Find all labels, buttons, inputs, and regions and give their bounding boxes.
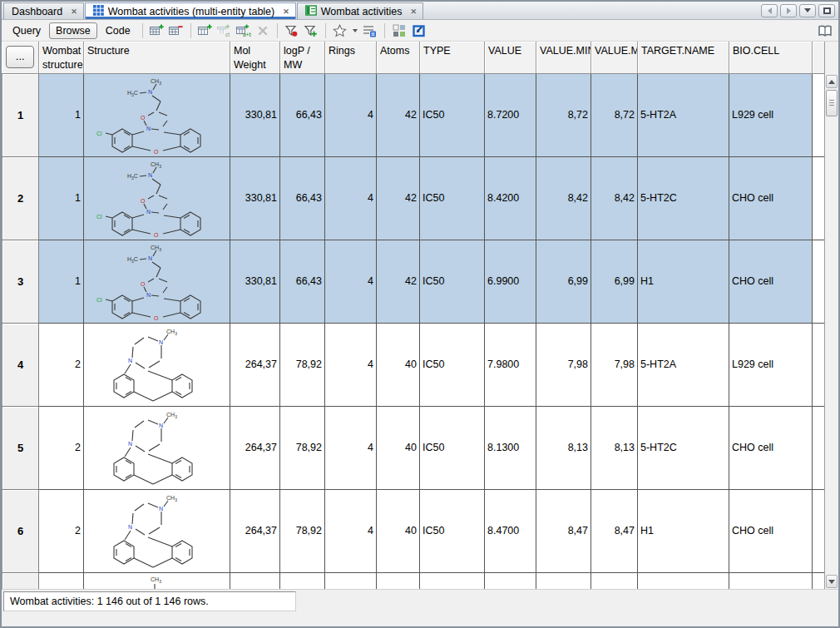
cell-value-max[interactable]: 8,13 (591, 406, 638, 489)
add-field-icon[interactable] (197, 22, 214, 39)
cell-target-name[interactable] (638, 572, 729, 589)
scroll-tabs-left-button[interactable] (761, 4, 778, 17)
cell-bio-cell[interactable]: CHO cell (729, 240, 813, 323)
cell-logp-mw[interactable] (280, 572, 325, 589)
cell-value-min[interactable]: 8,42 (536, 156, 591, 240)
add-filter-icon[interactable] (303, 22, 319, 39)
cell-value-min[interactable]: 8,47 (536, 489, 591, 572)
cell-logp-mw[interactable]: 66,43 (280, 73, 325, 156)
column-header-bio-cell[interactable]: BIO.CELL (729, 42, 813, 73)
cell-bio-cell[interactable]: CHO cell (729, 489, 813, 572)
cell-target-name[interactable]: H1 (638, 240, 729, 323)
row-header[interactable]: 5 (2, 406, 39, 489)
cell-bio-cell[interactable]: L929 cell (729, 73, 813, 156)
cell-value[interactable]: 8.4200 (485, 156, 536, 240)
cell-target-name[interactable]: 5-HT2A (638, 323, 729, 406)
open-in-new-window-icon[interactable] (410, 22, 427, 39)
delete-icon[interactable] (254, 22, 271, 39)
cell-value-min[interactable] (536, 572, 591, 589)
cell-atoms[interactable]: 40 (377, 489, 420, 572)
cell-mol-weight[interactable] (230, 572, 280, 589)
remove-row-icon[interactable] (168, 22, 185, 39)
column-header-structure[interactable]: Structure (84, 42, 230, 73)
cell-rings[interactable]: 4 (325, 406, 377, 489)
code-mode-button[interactable]: Code (100, 23, 136, 38)
row-header[interactable]: 1 (2, 73, 39, 156)
table-row[interactable]: 21 CH3 H3C N (2, 156, 825, 240)
tab-wombat-activities[interactable]: Wombat activities ✕ (297, 2, 423, 19)
cell-value[interactable]: 7.9800 (485, 323, 536, 406)
table-options-button[interactable]: ... (6, 46, 34, 68)
add-chemical-terms-field-icon[interactable]: ct (216, 22, 233, 39)
cell-structure[interactable]: CH3 H3C N O N O Cl (84, 156, 230, 240)
table-row[interactable]: CH3 N CH3 (2, 572, 825, 589)
cell-bio-cell[interactable]: CHO cell (729, 406, 813, 489)
close-icon[interactable]: ✕ (411, 7, 418, 16)
column-header-type[interactable]: TYPE (420, 42, 485, 73)
cell-mol-weight[interactable]: 330,81 (230, 156, 280, 240)
row-header[interactable]: 6 (2, 489, 39, 572)
cell-value[interactable]: 8.1300 (485, 406, 536, 489)
cell-bio-cell[interactable]: CHO cell (729, 156, 813, 240)
row-header[interactable]: 3 (2, 240, 39, 323)
cell-structure[interactable]: CH3 N CH3 (84, 572, 230, 589)
cell-logp-mw[interactable]: 66,43 (280, 156, 325, 240)
cell-wombat-structure[interactable]: 1 (39, 73, 84, 156)
cell-value-min[interactable]: 8,13 (536, 406, 591, 489)
cell-value-max[interactable]: 7,98 (591, 323, 638, 406)
cell-wombat-structure[interactable]: 1 (39, 240, 84, 323)
filter-active-icon[interactable] (284, 22, 300, 39)
row-header[interactable]: 2 (2, 156, 39, 240)
cell-value[interactable]: 6.9900 (485, 240, 536, 323)
add-row-icon[interactable] (149, 22, 166, 39)
vertical-scrollbar[interactable] (824, 42, 838, 589)
cell-type[interactable] (420, 572, 485, 589)
row-header[interactable] (2, 572, 39, 589)
cell-rings[interactable]: 4 (325, 73, 377, 156)
scroll-down-button[interactable] (826, 575, 838, 588)
column-header-atoms[interactable]: Atoms (377, 42, 420, 73)
cell-type[interactable]: IC50 (420, 323, 485, 406)
add-calculated-field-icon[interactable]: a+b (235, 22, 252, 39)
query-mode-button[interactable]: Query (7, 23, 47, 38)
cell-structure[interactable]: CH3 H3C N O N O Cl (84, 73, 230, 156)
column-header-mol-weight[interactable]: Mol Weight (230, 42, 280, 73)
table-row[interactable]: 42 CH3 N N 264,3778,92440IC (2, 323, 825, 406)
table-row[interactable]: 52 CH3 N N 264,3778,92440IC (2, 406, 825, 489)
cell-bio-cell[interactable] (729, 572, 813, 589)
cell-type[interactable]: IC50 (420, 489, 485, 572)
cell-value-max[interactable] (591, 572, 638, 589)
cell-atoms[interactable]: 42 (377, 156, 420, 240)
dropdown-caret-icon[interactable] (353, 29, 358, 32)
cell-mol-weight[interactable]: 264,37 (230, 489, 280, 572)
book-icon[interactable] (817, 22, 833, 39)
cell-value[interactable]: 8.7200 (485, 73, 536, 156)
column-header-target-name[interactable]: TARGET.NAME (638, 42, 729, 73)
cell-atoms[interactable] (377, 572, 420, 589)
cell-target-name[interactable]: 5-HT2A (638, 73, 729, 156)
scrollbar-thumb[interactable] (826, 90, 838, 116)
cell-value[interactable] (485, 572, 536, 589)
cell-structure[interactable]: CH3 N N (84, 406, 230, 489)
cell-type[interactable]: IC50 (420, 406, 485, 489)
tab-wombat-multi-entity[interactable]: Wombat activities (multi-entity table) ✕ (85, 2, 296, 19)
cell-mol-weight[interactable]: 330,81 (230, 240, 280, 323)
column-header-value-max[interactable]: VALUE.M (591, 42, 638, 73)
cell-target-name[interactable]: 5-HT2C (638, 156, 729, 240)
cell-value-max[interactable]: 8,72 (591, 73, 638, 156)
cell-mol-weight[interactable]: 264,37 (230, 406, 280, 489)
cell-value-max[interactable]: 8,42 (591, 156, 638, 240)
cell-rings[interactable]: 4 (325, 156, 377, 240)
cell-atoms[interactable]: 40 (377, 406, 420, 489)
cell-logp-mw[interactable]: 78,92 (280, 323, 325, 406)
maximize-window-button[interactable] (818, 4, 835, 17)
cell-wombat-structure[interactable]: 2 (39, 323, 84, 406)
cell-wombat-structure[interactable]: 2 (39, 406, 84, 489)
cell-target-name[interactable]: 5-HT2C (638, 406, 729, 489)
list-settings-icon[interactable] (362, 22, 378, 39)
cell-wombat-structure[interactable] (39, 572, 84, 589)
close-icon[interactable]: ✕ (283, 7, 289, 16)
cell-rings[interactable]: 4 (325, 323, 377, 406)
cell-atoms[interactable]: 42 (377, 240, 420, 323)
cell-value-min[interactable]: 6,99 (536, 240, 591, 323)
